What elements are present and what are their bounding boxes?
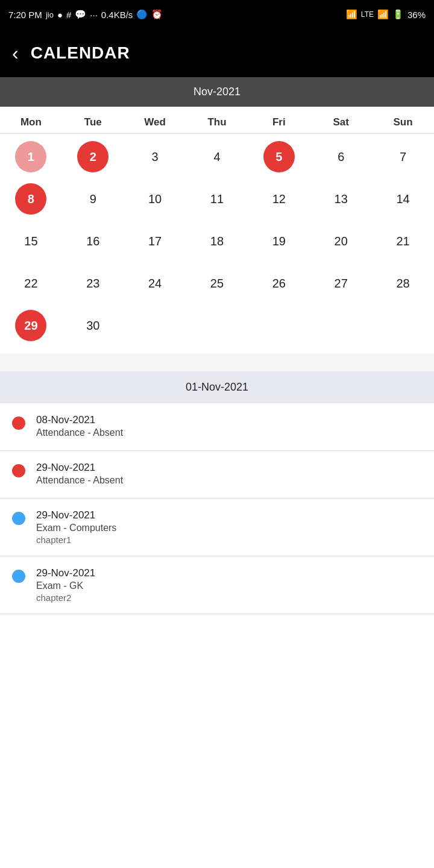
day-cell-16[interactable]: 16	[62, 223, 124, 259]
day-cell-20[interactable]: 20	[310, 223, 372, 259]
event-dot-blue	[12, 512, 25, 525]
day-number: 11	[201, 183, 233, 215]
day-cell-1[interactable]: 1	[0, 139, 62, 175]
event-item-0[interactable]: 08-Nov-2021 Attendance - Absent	[0, 403, 434, 451]
day-cell-29[interactable]: 29	[0, 307, 62, 344]
weekday-thu: Thu	[186, 116, 248, 128]
weekday-row: Mon Tue Wed Thu Fri Sat Sun	[0, 107, 434, 134]
day-cell-28[interactable]: 28	[372, 265, 434, 301]
event-content: 29-Nov-2021 Exam - Computers chapter1	[36, 509, 116, 545]
day-number: 5	[263, 141, 295, 172]
battery-percent: 36%	[407, 10, 426, 20]
day-cell-24[interactable]: 24	[124, 265, 186, 301]
day-number: 7	[388, 141, 419, 172]
event-subtitle: chapter2	[36, 593, 95, 603]
day-number: 4	[201, 141, 233, 172]
day-number: 15	[15, 225, 46, 257]
event-date: 08-Nov-2021	[36, 414, 123, 426]
day-number: 9	[77, 183, 108, 215]
day-cell-15[interactable]: 15	[0, 223, 62, 259]
page-title: CALENDAR	[31, 43, 130, 63]
day-cell-7[interactable]: 7	[372, 139, 434, 175]
day-number: 12	[263, 183, 295, 215]
day-number: 30	[77, 310, 108, 341]
day-cell-26[interactable]: 26	[248, 265, 310, 301]
day-number: 20	[326, 225, 357, 257]
event-content: 29-Nov-2021 Attendance - Absent	[36, 462, 123, 487]
month-label: Nov-2021	[193, 86, 241, 98]
day-cell-5[interactable]: 5	[248, 139, 310, 175]
day-number: 24	[139, 268, 171, 299]
day-cell-2[interactable]: 2	[62, 139, 124, 175]
day-cell-22[interactable]: 22	[0, 265, 62, 301]
calendar-grid: 1234567891011121314151617181920212223242…	[0, 134, 434, 353]
day-cell-30[interactable]: 30	[62, 307, 124, 344]
event-item-1[interactable]: 29-Nov-2021 Attendance - Absent	[0, 451, 434, 498]
weekday-mon: Mon	[0, 116, 62, 128]
section-separator	[0, 353, 434, 371]
back-button[interactable]: ‹	[12, 42, 19, 64]
day-cell-8[interactable]: 8	[0, 181, 62, 217]
status-right: 📶 LTE 📶 🔋 36%	[346, 9, 426, 20]
day-number: 10	[139, 183, 171, 215]
time-display: 7:20 PM	[8, 10, 42, 20]
day-number: 6	[326, 141, 357, 172]
day-cell-9[interactable]: 9	[62, 181, 124, 217]
event-dot-red	[12, 464, 25, 477]
day-cell-3[interactable]: 3	[124, 139, 186, 175]
event-item-3[interactable]: 29-Nov-2021 Exam - GK chapter2	[0, 556, 434, 614]
event-title: Exam - Computers	[36, 523, 116, 533]
jio-icon: jio	[46, 10, 54, 19]
events-list: 08-Nov-2021 Attendance - Absent 29-Nov-2…	[0, 403, 434, 614]
signal2-icon: 📶	[377, 9, 389, 20]
day-cell-13[interactable]: 13	[310, 181, 372, 217]
day-number: 23	[77, 268, 108, 299]
day-number: 1	[15, 141, 46, 172]
day-number: 28	[388, 268, 419, 299]
day-cell-14[interactable]: 14	[372, 181, 434, 217]
day-cell-21[interactable]: 21	[372, 223, 434, 259]
event-dot-red	[12, 417, 25, 430]
events-date-label: 01-Nov-2021	[186, 381, 248, 393]
day-cell-25[interactable]: 25	[186, 265, 248, 301]
event-subtitle: chapter1	[36, 535, 116, 545]
day-number: 17	[139, 225, 171, 257]
status-bar: 7:20 PM jio ● # 💬 ··· 0.4KB/s 🔵 ⏰ 📶 LTE …	[0, 0, 434, 29]
day-cell-6[interactable]: 6	[310, 139, 372, 175]
day-cell-11[interactable]: 11	[186, 181, 248, 217]
day-number: 26	[263, 268, 295, 299]
day-number: 19	[263, 225, 295, 257]
day-number: 14	[388, 183, 419, 215]
signal-icon: 📶	[346, 9, 357, 20]
day-cell-19[interactable]: 19	[248, 223, 310, 259]
day-cell-17[interactable]: 17	[124, 223, 186, 259]
weekday-fri: Fri	[248, 116, 310, 128]
app-header: ‹ CALENDAR	[0, 29, 434, 77]
day-number: 16	[77, 225, 108, 257]
weekday-tue: Tue	[62, 116, 124, 128]
lte-icon: LTE	[361, 10, 374, 19]
day-number: 21	[388, 225, 419, 257]
day-number: 22	[15, 268, 46, 299]
event-date: 29-Nov-2021	[36, 462, 123, 474]
day-cell-4[interactable]: 4	[186, 139, 248, 175]
network-speed: 0.4KB/s	[101, 10, 133, 20]
event-date: 29-Nov-2021	[36, 509, 116, 521]
grid-icon: #	[66, 10, 71, 20]
day-cell-12[interactable]: 12	[248, 181, 310, 217]
day-cell-10[interactable]: 10	[124, 181, 186, 217]
day-cell-18[interactable]: 18	[186, 223, 248, 259]
day-cell-23[interactable]: 23	[62, 265, 124, 301]
event-title: Attendance - Absent	[36, 475, 123, 486]
day-number: 13	[326, 183, 357, 215]
weekday-sun: Sun	[372, 116, 434, 128]
event-content: 29-Nov-2021 Exam - GK chapter2	[36, 567, 95, 603]
event-item-2[interactable]: 29-Nov-2021 Exam - Computers chapter1	[0, 498, 434, 556]
calendar-container: Mon Tue Wed Thu Fri Sat Sun 123456789101…	[0, 107, 434, 353]
day-number: 25	[201, 268, 233, 299]
dots-icon: ···	[90, 10, 98, 20]
event-title: Attendance - Absent	[36, 427, 123, 438]
weekday-wed: Wed	[124, 116, 186, 128]
event-dot-blue	[12, 570, 25, 583]
day-cell-27[interactable]: 27	[310, 265, 372, 301]
